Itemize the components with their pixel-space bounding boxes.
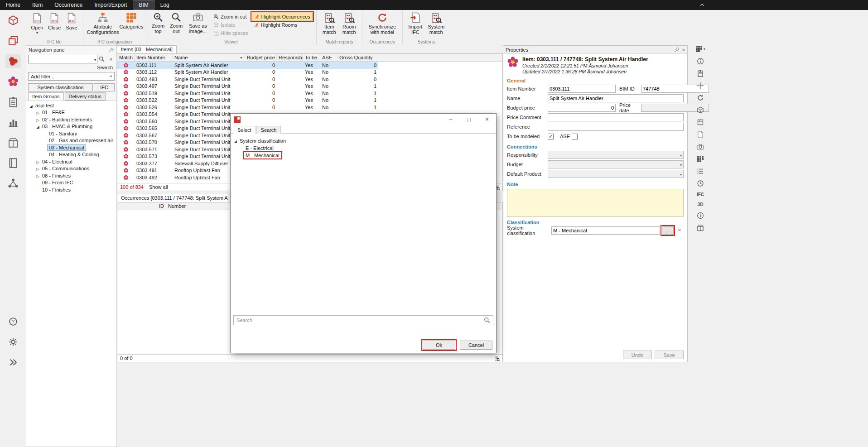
ifc-button[interactable]: IFC bbox=[94, 83, 115, 91]
tree-item[interactable]: 03 - HVAC & Plumbing bbox=[26, 123, 116, 130]
clear-classification-icon[interactable]: × bbox=[675, 226, 684, 235]
hide-spaces-button[interactable]: Hide spaces bbox=[212, 29, 250, 37]
tree-arrow-icon[interactable] bbox=[35, 166, 41, 171]
menu-bim[interactable]: BIM bbox=[133, 0, 154, 10]
close-icon[interactable]: × bbox=[478, 114, 496, 125]
attribute-configurations-button[interactable]: Attribute Configurations bbox=[87, 11, 119, 36]
save-as-image-button[interactable]: Save as image... bbox=[186, 11, 210, 35]
clear-search-icon[interactable]: × bbox=[107, 57, 115, 62]
zoom-in-cut-button[interactable]: Zoom in cut bbox=[212, 13, 250, 20]
tab-delivery-status[interactable]: Delivery status bbox=[65, 92, 106, 101]
dialog-titlebar[interactable]: – □ × bbox=[231, 114, 496, 125]
tree-item[interactable]: 01 - FF&E bbox=[26, 109, 116, 116]
book-module-icon[interactable] bbox=[5, 156, 21, 170]
import-ifc-button[interactable]: Import IFC bbox=[406, 11, 425, 36]
model-cube-icon[interactable] bbox=[5, 14, 21, 27]
search-input[interactable] bbox=[29, 55, 91, 63]
tab-item-groups[interactable]: Item Groups bbox=[28, 92, 64, 101]
Single Duct Terminal Unit[interactable]: 0303.493 Single Duct Terminal Unit 0 Yes… bbox=[117, 76, 378, 83]
combo-caret-icon[interactable]: ▾ bbox=[94, 58, 96, 62]
tree-arrow-icon[interactable] bbox=[28, 103, 34, 108]
threed-panel-label[interactable]: 3D bbox=[698, 202, 704, 207]
Single Duct Terminal Unit[interactable]: 0303.519 Single Duct Terminal Unit 0 Yes… bbox=[117, 90, 378, 97]
room-match-button[interactable]: Room match bbox=[340, 11, 359, 36]
search-link[interactable]: Search bbox=[26, 64, 116, 71]
save-button[interactable]: IFC Save bbox=[63, 11, 80, 32]
tab-search[interactable]: Search bbox=[256, 126, 281, 134]
menu-log[interactable]: Log bbox=[154, 0, 175, 10]
tree-item[interactable]: 04 - Electrical bbox=[26, 158, 116, 165]
Split System Air Handler[interactable]: 0303.111 Split System Air Handler 0 Yes … bbox=[117, 62, 378, 69]
occurrences-tab[interactable]: Occurrences [0303.111 / 747748: Split Sy… bbox=[117, 194, 228, 202]
note-textarea[interactable] bbox=[507, 189, 684, 217]
layers-stack-icon[interactable] bbox=[5, 34, 21, 48]
menu-home[interactable]: Home bbox=[0, 0, 26, 10]
budget-select[interactable]: ▾ bbox=[548, 160, 684, 168]
cancel-button[interactable]: Cancel bbox=[460, 341, 492, 350]
default-product-select[interactable]: ▾ bbox=[548, 170, 684, 178]
categories-button[interactable]: Categories bbox=[120, 11, 143, 31]
browse-classification-button[interactable]: ... bbox=[662, 226, 674, 235]
tree-arrow-icon[interactable] bbox=[35, 124, 41, 129]
tree-item[interactable]: 09 - From IFC bbox=[26, 179, 116, 187]
tree-item[interactable]: 08 - Finishes bbox=[26, 172, 116, 179]
maximize-icon[interactable]: □ bbox=[460, 114, 478, 125]
column-header-id[interactable]: ID bbox=[117, 202, 166, 210]
tree-arrow-icon[interactable] bbox=[35, 110, 41, 115]
ok-button[interactable]: Ok bbox=[423, 341, 455, 350]
column-header-to-be[interactable]: To be... bbox=[303, 54, 320, 61]
Single Duct Terminal Unit[interactable]: 0303.526 Single Duct Terminal Unit 0 Yes… bbox=[117, 104, 378, 111]
reference-field[interactable] bbox=[548, 123, 684, 131]
to-be-modeled-checkbox[interactable] bbox=[548, 134, 554, 139]
tab-select[interactable]: Select bbox=[233, 126, 256, 134]
column-header-responsibility[interactable]: Responsibility bbox=[277, 54, 303, 61]
move-tool-icon[interactable] bbox=[697, 82, 704, 89]
item-number-field[interactable] bbox=[548, 85, 616, 93]
name-field[interactable] bbox=[548, 94, 684, 102]
screenshot-icon[interactable] bbox=[697, 143, 704, 150]
ifc-panel-label[interactable]: IFC bbox=[697, 192, 704, 197]
system-match-button[interactable]: System match bbox=[426, 11, 447, 36]
zoom-top-button[interactable]: Zoom top bbox=[149, 11, 167, 35]
tree-arrow-icon[interactable] bbox=[232, 138, 238, 144]
close-button[interactable]: IFC Close bbox=[46, 11, 63, 32]
info-panel-icon[interactable] bbox=[697, 58, 704, 65]
column-header-match[interactable]: Match bbox=[117, 54, 135, 61]
dialog-tree-item-mechanical[interactable]: M - Mechanical bbox=[231, 152, 496, 159]
model-panel-icon[interactable] bbox=[697, 224, 704, 231]
open-dropdown-caret-icon[interactable]: ▾ bbox=[36, 31, 38, 35]
responsibility-select[interactable]: ▾ bbox=[548, 151, 684, 159]
menu-import-export[interactable]: Import/Export bbox=[88, 0, 133, 10]
tree-item[interactable]: 02 - Gas and compressed air bbox=[26, 137, 116, 144]
clipboard-module-icon[interactable] bbox=[5, 95, 21, 109]
ase-checkbox[interactable] bbox=[572, 134, 578, 139]
document-panel-icon[interactable] bbox=[697, 131, 704, 138]
tree-item[interactable]: 01 - Sanitary bbox=[26, 130, 116, 137]
info-panel-icon-2[interactable] bbox=[697, 212, 704, 219]
tree-arrow-icon[interactable] bbox=[35, 159, 41, 164]
tree-item[interactable]: 05 - Communications bbox=[26, 165, 116, 173]
dialog-tree-item-electrical[interactable]: E - Electrical bbox=[231, 144, 496, 152]
Split System Air Handler[interactable]: 0303.112 Split System Air Handler 0 Yes … bbox=[117, 69, 378, 76]
column-header-name[interactable]: Name▼ bbox=[173, 54, 245, 61]
close-panel-icon[interactable]: × bbox=[682, 47, 685, 53]
rotate-tool-icon[interactable] bbox=[697, 94, 704, 101]
menu-item[interactable]: Item bbox=[26, 0, 48, 10]
tree-arrow-icon[interactable] bbox=[35, 173, 41, 178]
column-header-item-number[interactable]: Item Number bbox=[135, 54, 173, 61]
tree-arrow-icon[interactable] bbox=[35, 117, 41, 122]
settings-gear-icon[interactable] bbox=[5, 335, 21, 349]
price-comment-field[interactable] bbox=[548, 113, 684, 121]
dialog-tree-root[interactable]: System classification bbox=[231, 137, 496, 144]
expand-chevrons-icon[interactable] bbox=[5, 356, 21, 369]
chart-module-icon[interactable] bbox=[5, 115, 21, 129]
system-classification-button[interactable]: System classification bbox=[28, 83, 93, 91]
cube-view-icon[interactable] bbox=[697, 106, 704, 114]
add-filter-button[interactable]: Add filter... ▾ bbox=[28, 72, 115, 81]
tree-item[interactable]: asjo test bbox=[26, 102, 116, 109]
Single Duct Terminal Unit[interactable]: 0303.522 Single Duct Terminal Unit 0 Yes… bbox=[117, 97, 378, 104]
flower-module-icon[interactable] bbox=[5, 75, 21, 88]
help-icon[interactable] bbox=[5, 315, 21, 328]
budget-price-field[interactable] bbox=[548, 104, 616, 112]
properties-form-icon[interactable] bbox=[697, 70, 704, 77]
